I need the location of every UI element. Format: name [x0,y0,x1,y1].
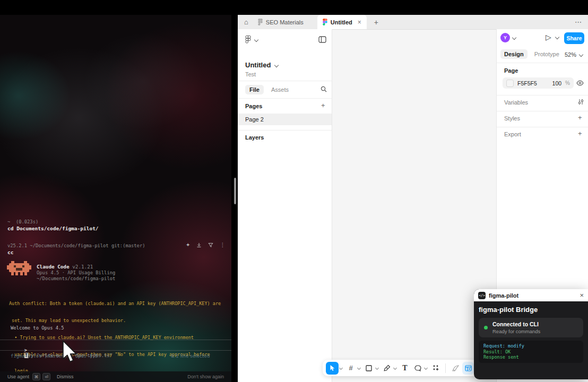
status-subtitle: Ready for commands [492,328,540,334]
present-play-icon[interactable]: ▷ [546,33,551,41]
use-agent-label[interactable]: Use agent [7,374,29,379]
prompt-line[interactable]: > Try "write a test for types.ts" [7,342,113,363]
agent-bar: Use agent ⌘ ⏎ Dismiss Don't show again [0,371,231,382]
search-icon[interactable] [321,86,327,92]
shape-tool-button[interactable] [363,362,375,375]
figma-left-panel: Untitled Test File Assets Pages + Page 2… [238,29,332,382]
visibility-eye-icon[interactable] [576,80,584,86]
kebab-menu-icon[interactable]: ⋮ [220,242,225,248]
figma-pilot-plugin-window: </> figma-pilot × figma-pilot Bridge Con… [474,289,588,379]
tab-seo-materials[interactable]: SEO Materials [253,15,309,29]
chevron-down-icon [254,37,258,41]
log-line: Response sent [483,354,578,360]
dont-show-again-button[interactable]: Don't show again [187,374,224,379]
plugin-close-icon[interactable]: × [580,291,584,299]
divider [238,98,332,99]
chevron-down-icon[interactable] [339,366,343,370]
add-page-icon[interactable]: + [321,101,325,109]
zoom-level: 52% [565,51,576,58]
tab-label: Untitled [331,19,352,25]
panel-tabs: File Assets [245,85,289,94]
opacity-value[interactable]: 100 [552,80,562,86]
warning-line: Auth conflict: Both a token (claude.ai) … [9,301,221,307]
color-hex-value[interactable]: F5F5F5 [517,80,537,86]
close-tab-icon[interactable]: × [358,19,361,26]
figma-file-icon [258,19,263,25]
pages-label: Pages [245,103,262,109]
plugin-code-icon: </> [478,292,486,299]
tab-design[interactable]: Design [500,49,528,59]
block2-command: cc [7,249,13,255]
page-section-label: Page [504,67,518,74]
present-controls: ▷ [546,33,559,41]
plugin-log: Request: modify Result: OK Response sent [479,341,583,363]
draw-tool-button[interactable] [449,362,461,375]
tab-assets[interactable]: Assets [271,86,289,93]
avatar: Y [500,33,510,42]
status-dot-icon [484,326,488,329]
log-line: Request: modify [483,343,578,349]
tab-prototype[interactable]: Prototype [534,51,559,57]
terminal-status-left: figma-pilot [master] · Opus 4.5 [11,353,98,359]
page-color-row[interactable]: F5F5F5 100 % [503,77,574,89]
block2-meta: v25.2.1 ~/Documents/code/figma-pilot git… [7,243,145,248]
tab-file[interactable]: File [245,85,264,94]
variables-label: Variables [504,99,528,106]
enter-key-icon: ⏎ [42,373,50,380]
dismiss-button[interactable]: Dismiss [57,374,74,379]
chevron-down-icon [579,53,583,57]
layers-label: Layers [245,134,264,141]
status-title: Connected to CLI [492,321,540,327]
file-name-dropdown[interactable]: Untitled [245,61,278,69]
text-tool-button[interactable]: T [399,362,411,375]
download-icon[interactable] [196,242,202,248]
page-item-label: Page 2 [245,116,264,123]
comment-tool-button[interactable] [412,362,423,375]
zoom-menu[interactable]: 52% [565,51,583,58]
chevron-down-icon [512,36,516,40]
figma-pilot-plugin-button[interactable] [462,362,474,375]
add-style-icon[interactable]: + [578,114,582,121]
actions-button[interactable] [430,362,442,375]
variables-adjust-icon[interactable] [578,99,584,105]
plugin-body: figma-pilot Bridge Connected to CLI Read… [474,301,588,367]
auth-warning: Auth conflict: Both a token (claude.ai) … [9,290,221,382]
chevron-down-icon[interactable] [424,366,428,370]
filter-icon[interactable] [208,242,213,248]
main-menu-button[interactable] [245,36,258,44]
chevron-down-icon[interactable] [375,366,379,370]
figma-menu-icon [245,36,251,44]
connection-status-card: Connected to CLI Ready for commands [479,318,583,337]
new-tab-icon[interactable]: + [374,18,378,27]
pen-tool-button[interactable] [381,362,393,375]
claude-banner-line3: ~/Documents/code/figma-pilot [37,276,115,281]
window-more-icon[interactable]: ⋯ [575,18,582,26]
screen: ~ (0.023s) cd Documents/code/figma-pilot… [0,0,588,382]
mouse-cursor [62,340,77,363]
chevron-down-icon[interactable] [357,366,361,370]
home-icon[interactable]: ⌂ [244,18,248,26]
figma-tab-bar: ⌂ SEO Materials Untitled × + ⋯ [238,15,588,30]
chevron-down-icon[interactable] [393,366,397,370]
share-button[interactable]: Share [564,32,584,44]
cmd-key-icon: ⌘ [32,373,40,380]
percent-sign: % [565,80,570,86]
chevron-down-icon[interactable] [555,35,559,39]
chevron-down-icon [274,63,279,67]
tab-untitled[interactable]: Untitled × [317,15,367,29]
move-tool-button[interactable] [326,362,339,375]
terminal-scrollbar[interactable] [234,178,236,204]
user-menu[interactable]: Y [500,33,516,42]
add-export-icon[interactable]: + [578,129,582,137]
collapse-panel-icon[interactable] [318,36,326,43]
color-swatch[interactable] [506,80,514,87]
plugin-title-bar[interactable]: </> figma-pilot × [474,289,588,301]
frame-tool-button[interactable]: # [345,362,357,375]
welcome-line: Welcome to Opus 4.5 [11,325,64,331]
page-list-item-selected[interactable]: Page 2 [238,114,332,125]
sparkle-icon[interactable]: ✦ [186,242,190,248]
block1-command: cd Documents/code/figma-pilot/ [7,225,99,231]
claude-banner-title: Claude Code v2.1.21 [37,264,93,270]
file-name: Untitled [245,61,271,69]
divider [238,81,332,81]
